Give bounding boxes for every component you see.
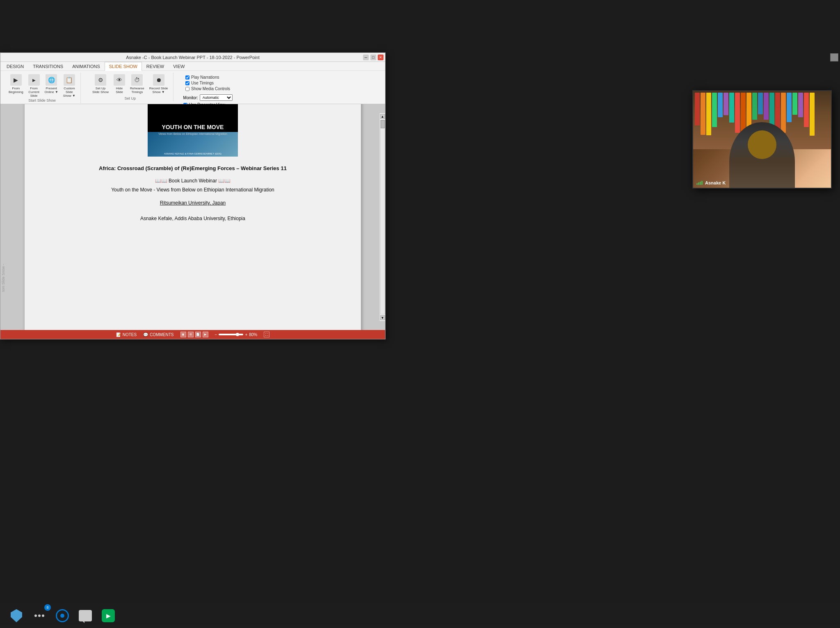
- signal-bar-2: [698, 182, 699, 185]
- monitor-checkboxes: Play Narrations Use Timings Show Media C…: [185, 73, 230, 93]
- book-spine: [735, 93, 740, 133]
- participant-label: Asnake K: [696, 180, 726, 185]
- zoom-percent: 80%: [249, 332, 257, 337]
- signal-bars: [696, 181, 703, 185]
- present-online-button[interactable]: 🌐 PresentOnline ▼: [43, 73, 60, 95]
- slide-content[interactable]: YOUTH ON THE MOVE Views from Below on Et…: [25, 104, 361, 330]
- tab-view[interactable]: VIEW: [169, 61, 189, 71]
- book-spine: [752, 93, 757, 120]
- setup-buttons: ⚙ Set UpSlide Show 👁 HideSlide ⏱ Rehears…: [91, 73, 170, 95]
- hide-icon: 👁: [114, 74, 125, 86]
- taskbar-security-icon[interactable]: [8, 608, 25, 624]
- ribbon-group-setup: ⚙ Set UpSlide Show 👁 HideSlide ⏱ Rehears…: [87, 73, 173, 101]
- normal-view-button[interactable]: ▣: [180, 332, 186, 337]
- play-narrations-checkbox[interactable]: [185, 75, 189, 80]
- notes-button[interactable]: 📝 NOTES: [116, 332, 137, 337]
- custom-slideshow-icon: 📋: [64, 74, 75, 86]
- start-show-buttons: ▶ FromBeginning ▶ FromCurrentSlide 🌐 Pre…: [7, 73, 77, 98]
- tab-slideshow[interactable]: SLIDE SHOW: [105, 62, 142, 71]
- book-spine: [810, 93, 815, 136]
- slide-line3: Youth on the Move - Views from Below on …: [41, 187, 345, 193]
- from-beginning-icon: ▶: [10, 74, 22, 86]
- window-title: Asnake -C - Book Launch Webinar PPT - 18…: [126, 55, 259, 60]
- book-spine: [695, 93, 700, 125]
- taskbar-files-icon[interactable]: ▶: [100, 608, 116, 624]
- use-timings-item: Use Timings: [185, 81, 230, 85]
- tab-review[interactable]: REVIEW: [142, 61, 169, 71]
- slide-scrollbar[interactable]: ▲ ▼: [379, 113, 385, 321]
- slideshow-button[interactable]: ▶: [203, 332, 208, 337]
- slide-sorter-button[interactable]: ⊞: [188, 332, 194, 337]
- rehearse-timings-button[interactable]: ⏱ RehearseTimings: [128, 73, 146, 95]
- monitor-select[interactable]: Automatic: [200, 94, 233, 101]
- scroll-thumb[interactable]: [381, 120, 385, 128]
- taskbar-notifications-icon[interactable]: 8: [31, 608, 48, 624]
- zoom-controls: − + 80%: [215, 332, 258, 337]
- scroll-down-arrow[interactable]: ▼: [380, 315, 385, 320]
- tab-design[interactable]: DESIGN: [2, 61, 28, 71]
- book-spine: [764, 93, 769, 120]
- browser-icon: [56, 609, 69, 622]
- person-head: [748, 130, 776, 159]
- view-buttons: ▣ ⊞ 📄 ▶: [180, 332, 208, 337]
- zoom-plus[interactable]: +: [245, 332, 247, 337]
- scroll-up-arrow[interactable]: ▲: [380, 114, 385, 119]
- signal-bar-1: [696, 183, 698, 185]
- taskbar-browser-icon[interactable]: [54, 608, 71, 624]
- record-slideshow-button[interactable]: ⏺ Record SlideShow ▼: [148, 73, 170, 95]
- tab-transitions[interactable]: TRANSITIONS: [28, 61, 68, 71]
- notes-label: NOTES: [123, 332, 137, 337]
- zoom-slider[interactable]: [219, 334, 243, 335]
- book-spine: [712, 93, 717, 127]
- hide-slide-button[interactable]: 👁 HideSlide: [112, 73, 127, 95]
- book-spine: [781, 93, 786, 133]
- comments-icon: 💬: [143, 332, 148, 337]
- scroll-track[interactable]: [380, 120, 385, 314]
- tab-animations[interactable]: ANIMATIONS: [68, 61, 105, 71]
- setup-slideshow-button[interactable]: ⚙ Set UpSlide Show: [91, 73, 110, 95]
- notes-icon: 📝: [116, 332, 121, 337]
- show-media-checkbox[interactable]: [185, 87, 189, 91]
- slide-text: Africa: Crossroad (Scramble) of (Re)Emer…: [41, 165, 345, 221]
- maximize-button[interactable]: □: [370, 55, 376, 60]
- from-current-button[interactable]: ▶ FromCurrentSlide: [27, 73, 41, 98]
- play-narrations-label: Play Narrations: [191, 75, 219, 80]
- ribbon-group-start-show: ▶ FromBeginning ▶ FromCurrentSlide 🌐 Pre…: [4, 73, 81, 103]
- signal-bar-3: [700, 182, 701, 185]
- monitor-row: Monitor: Automatic: [183, 94, 233, 101]
- close-button[interactable]: ✕: [378, 55, 383, 60]
- from-beginning-button[interactable]: ▶ FromBeginning: [7, 73, 25, 95]
- ribbon-tabs: DESIGN TRANSITIONS ANIMATIONS SLIDE SHOW…: [0, 62, 385, 71]
- monitor-label: Monitor:: [183, 96, 198, 100]
- chat-icon: [79, 610, 92, 621]
- zoom-minus[interactable]: −: [215, 332, 217, 337]
- slide-line5: Asnake Kefale, Addis Ababa University, E…: [41, 216, 345, 221]
- custom-slideshow-button[interactable]: 📋 CustomSlideShow ▼: [62, 73, 77, 98]
- taskbar: 8 ▶: [0, 603, 840, 628]
- participant-name: Asnake K: [705, 180, 726, 185]
- book-cover-authors: ASNAKE KEFALE & FANA GEBRESENBBET (EDS): [148, 152, 238, 155]
- book-spine: [758, 93, 763, 114]
- ribbon-content: ▶ FromBeginning ▶ FromCurrentSlide 🌐 Pre…: [0, 71, 385, 104]
- book-cover: YOUTH ON THE MOVE Views from Below on Et…: [148, 104, 238, 157]
- book-spine: [718, 93, 723, 117]
- fit-to-window-button[interactable]: ⛶: [264, 332, 269, 337]
- comments-button[interactable]: 💬 COMMENTS: [143, 332, 173, 337]
- ribbon: DESIGN TRANSITIONS ANIMATIONS SLIDE SHOW…: [0, 62, 385, 104]
- signal-bar-4: [701, 181, 703, 185]
- present-online-icon: 🌐: [46, 74, 57, 86]
- slide-line1: Africa: Crossroad (Scramble) of (Re)Emer…: [41, 165, 345, 172]
- status-bar: 📝 NOTES 💬 COMMENTS ▣ ⊞ 📄 ▶ − + 80% ⛶: [0, 330, 385, 339]
- use-timings-checkbox[interactable]: [185, 81, 189, 85]
- show-media-label: Show Media Controls: [191, 86, 230, 91]
- taskbar-chat-icon[interactable]: [77, 608, 94, 624]
- book-spine: [729, 93, 734, 123]
- show-media-item: Show Media Controls: [185, 86, 230, 91]
- use-timings-label: Use Timings: [191, 81, 214, 85]
- reading-view-button[interactable]: 📄: [195, 332, 201, 337]
- title-bar-controls: ─ □ ✕: [363, 55, 383, 60]
- shield-icon: [11, 609, 22, 622]
- minimize-button[interactable]: ─: [363, 55, 369, 60]
- book-spine: [792, 93, 797, 115]
- book-cover-title: YOUTH ON THE MOVE: [158, 122, 227, 132]
